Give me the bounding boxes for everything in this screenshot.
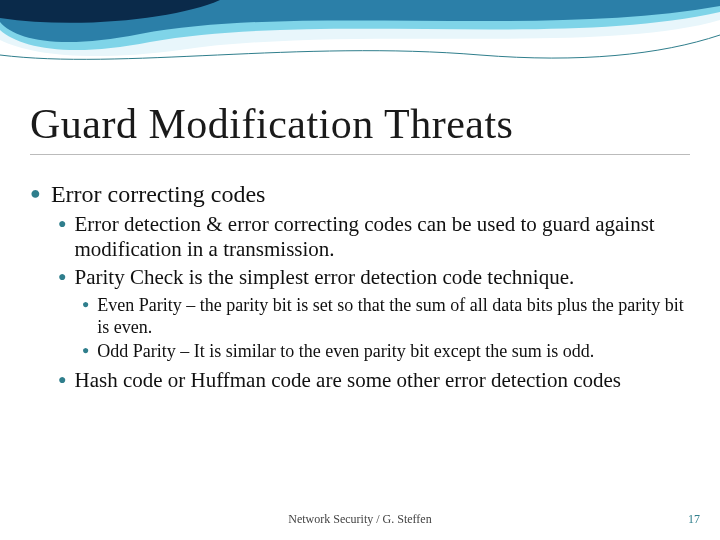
bullet-icon: ● [58, 212, 66, 236]
list-item: ● Error detection & error correcting cod… [58, 212, 690, 262]
bullet-list-lvl2: ● Error detection & error correcting cod… [58, 212, 690, 393]
bullet-icon: ● [82, 294, 89, 315]
bullet-text: Error correcting codes [51, 180, 266, 208]
slide-content: ● Error correcting codes ● Error detecti… [30, 180, 690, 399]
bullet-icon: ● [58, 265, 66, 289]
slide-footer: Network Security / G. Steffen 17 [0, 512, 720, 530]
bullet-text: Error detection & error correcting codes… [74, 212, 690, 262]
list-item: ● Error correcting codes ● Error detecti… [30, 180, 690, 393]
bullet-icon: ● [82, 340, 89, 361]
bullet-icon: ● [30, 180, 41, 206]
slide: Guard Modification Threats ● Error corre… [0, 0, 720, 540]
bullet-list-lvl1: ● Error correcting codes ● Error detecti… [30, 180, 690, 393]
footer-text: Network Security / G. Steffen [0, 512, 720, 527]
bullet-text: Even Parity – the parity bit is set so t… [97, 294, 690, 338]
header-decoration [0, 0, 720, 100]
list-item: ● Parity Check is the simplest error det… [58, 265, 690, 362]
bullet-icon: ● [58, 368, 66, 392]
list-item: ● Odd Parity – It is similar to the even… [82, 340, 690, 362]
bullet-text: Hash code or Huffman code are some other… [74, 368, 621, 393]
page-number: 17 [688, 512, 700, 527]
list-item: ● Even Parity – the parity bit is set so… [82, 294, 690, 338]
bullet-text: Odd Parity – It is similar to the even p… [97, 340, 594, 362]
list-item: ● Hash code or Huffman code are some oth… [58, 368, 690, 393]
slide-title: Guard Modification Threats [30, 100, 690, 155]
bullet-list-lvl3: ● Even Parity – the parity bit is set so… [82, 294, 690, 362]
bullet-text: Parity Check is the simplest error detec… [74, 265, 574, 290]
swoosh-icon [0, 0, 720, 100]
